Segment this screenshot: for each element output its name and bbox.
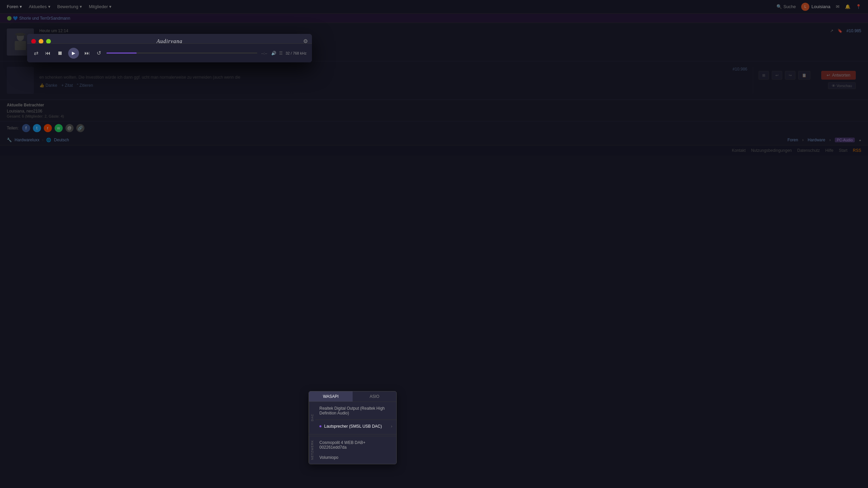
player-controls: ⇄ ⏮ ⏹ ▶ ⏭ ↺ [33, 48, 102, 59]
popup-section-divider [309, 434, 396, 434]
network-section: Netzwerk Cosmopolit 4 WEB DAB+ 002261edd… [309, 436, 396, 464]
smsl-device-item[interactable]: Lautsprecher (SMSL USB DAC) › [315, 421, 396, 431]
network-items: Cosmopolit 4 WEB DAB+ 002261edd7da Volum… [315, 436, 396, 464]
volumio-device-item[interactable]: Volumiopo [315, 452, 396, 463]
dac-side-label: DAC [309, 402, 315, 433]
device-popup-tabs: WASAPI ASIO [309, 391, 396, 402]
smsl-arrow-icon: › [391, 424, 392, 429]
window-maximize-button[interactable] [46, 39, 51, 44]
device-popup-divider [315, 420, 396, 420]
player-time: --:-- [261, 51, 268, 55]
wasapi-tab-label: WASAPI [323, 394, 338, 399]
list-icon[interactable]: ☰ [279, 51, 283, 56]
cosmopolit-label: Cosmopolit 4 WEB DAB+ 002261edd7da [319, 440, 392, 450]
next-button[interactable]: ⏭ [83, 49, 91, 58]
player-progress-fill [106, 53, 137, 54]
dac-items: Realtek Digital Output (Realtek High Def… [315, 402, 396, 433]
shuffle-button[interactable]: ⇄ [33, 48, 40, 58]
cosmopolit-device-item[interactable]: Cosmopolit 4 WEB DAB+ 002261edd7da [315, 438, 396, 452]
audirvana-window: Audirvana ⚙ ⬜ ‹ › BIBLIOTHEK FAVORITEN ▾… [27, 34, 312, 62]
window-title-text: Audirvana [157, 38, 183, 44]
play-button[interactable]: ▶ [68, 48, 79, 59]
smsl-device-label: Lautsprecher (SMSL USB DAC) [324, 424, 382, 429]
player-extras: 🔊 ☰ 32 / 768 kHz [271, 51, 307, 56]
wasapi-tab[interactable]: WASAPI [309, 391, 353, 402]
player-bar: ⇄ ⏮ ⏹ ▶ ⏭ ↺ --:-- 🔊 ☰ 32 / 768 kHz [27, 43, 312, 62]
overlay-background [0, 0, 868, 488]
asio-tab-label: ASIO [370, 394, 379, 399]
realtek-device-label: Realtek Digital Output (Realtek High Def… [319, 406, 392, 415]
dac-section: DAC Realtek Digital Output (Realtek High… [309, 402, 396, 433]
realtek-device-item[interactable]: Realtek Digital Output (Realtek High Def… [315, 403, 396, 418]
window-controls [31, 39, 51, 44]
window-close-button[interactable] [31, 39, 36, 44]
stop-button[interactable]: ⏹ [56, 49, 64, 58]
asio-tab[interactable]: ASIO [353, 391, 396, 402]
repeat-button[interactable]: ↺ [95, 48, 102, 58]
prev-button[interactable]: ⏮ [44, 49, 52, 58]
network-side-label: Netzwerk [309, 436, 315, 464]
selected-dot [319, 425, 321, 427]
window-minimize-button[interactable] [39, 39, 43, 44]
player-quality: 32 / 768 kHz [285, 51, 307, 55]
device-popup: WASAPI ASIO DAC Realtek Digital Output (… [309, 391, 397, 464]
player-progress-bar[interactable] [106, 53, 257, 54]
volume-icon[interactable]: 🔊 [271, 51, 276, 56]
volumio-label: Volumiopo [319, 455, 338, 460]
